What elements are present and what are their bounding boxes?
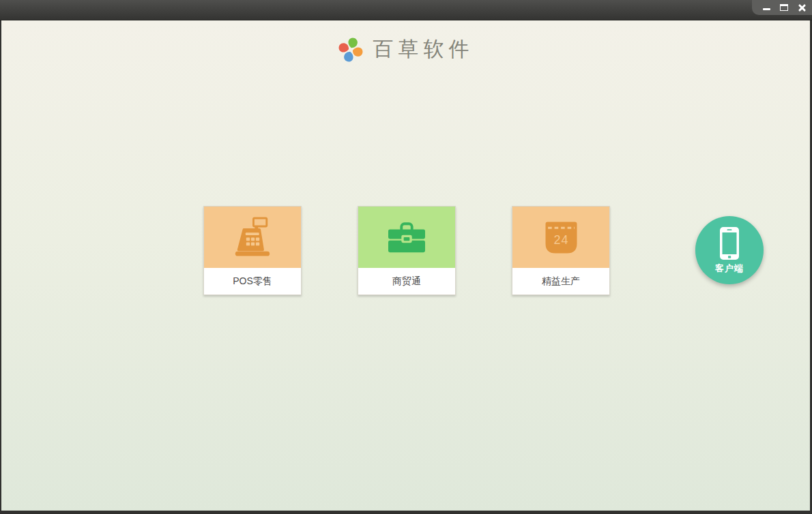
product-label: 商贸通: [358, 268, 455, 294]
client-button-label: 客户端: [715, 262, 744, 275]
window-controls: [752, 0, 812, 15]
product-label: POS零售: [204, 268, 301, 294]
cash-register-icon: [233, 217, 272, 258]
pos-retail-tile: [204, 207, 301, 268]
main-content: 百草软件 POS零售: [0, 20, 812, 514]
title-bar[interactable]: [0, 0, 812, 20]
product-card-pos-retail[interactable]: POS零售: [203, 206, 302, 295]
minimize-button[interactable]: [760, 2, 772, 13]
lean-production-tile: 24: [512, 207, 609, 268]
smartphone-icon: [719, 226, 740, 260]
calendar-icon: 24: [545, 222, 577, 254]
pinwheel-logo-icon: [338, 37, 364, 63]
product-card-trade[interactable]: 商贸通: [358, 206, 456, 295]
maximize-icon: [780, 4, 788, 11]
app-logo: 百草软件: [1, 35, 810, 63]
app-title: 百草软件: [373, 35, 474, 63]
app-window: 百草软件 POS零售: [0, 0, 812, 514]
minimize-icon: [763, 8, 770, 10]
calendar-day-number: 24: [553, 232, 568, 246]
client-button[interactable]: 客户端: [695, 216, 764, 284]
briefcase-icon: [388, 222, 425, 253]
maximize-button[interactable]: [778, 2, 790, 13]
product-label: 精益生产: [512, 268, 609, 294]
close-icon: [798, 3, 807, 12]
close-button[interactable]: [796, 2, 808, 13]
trade-tile: [358, 207, 455, 268]
product-card-lean-production[interactable]: 24 精益生产: [512, 206, 610, 295]
